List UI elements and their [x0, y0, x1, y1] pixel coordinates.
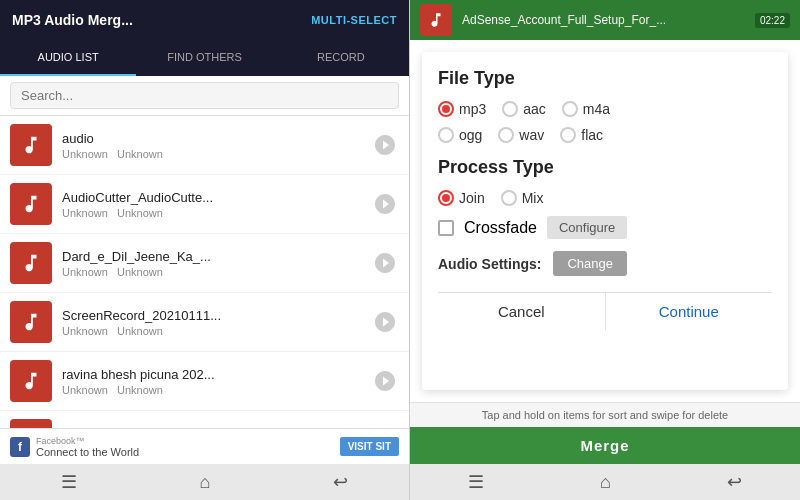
cancel-button[interactable]: Cancel — [438, 293, 605, 330]
audio-info: Dard_e_Dil_Jeene_Ka_... Unknown Unknown — [62, 249, 371, 278]
audio-info: audio Unknown Unknown — [62, 131, 371, 160]
crossfade-checkbox[interactable] — [438, 220, 454, 236]
audio-info: ravina bhesh picuna 202... Unknown Unkno… — [62, 367, 371, 396]
visit-site-button[interactable]: VISIT SIT — [340, 437, 399, 456]
audio-name: ScreenRecord_20210111... — [62, 308, 292, 323]
list-item[interactable]: Dard_e_Dil_Jeene_Ka_... Unknown Unknown — [0, 234, 409, 293]
left-header: MP3 Audio Merg... MULTI-SELECT — [0, 0, 409, 40]
audio-icon — [10, 183, 52, 225]
audio-name: ravina bhesh picuna 202... — [62, 367, 292, 382]
right-nav-bar: ☰ ⌂ ↩ — [410, 464, 800, 500]
radio-wav[interactable]: wav — [498, 127, 544, 143]
right-back-icon[interactable]: ↩ — [727, 471, 742, 493]
audio-name: audio — [62, 131, 292, 146]
file-type-dialog: File Type mp3 aac m4a ogg wav — [422, 52, 788, 390]
play-button[interactable] — [371, 249, 399, 277]
audio-icon — [10, 242, 52, 284]
radio-join-circle — [438, 190, 454, 206]
list-item[interactable]: AudioCutter_AudioCutte... Unknown Unknow… — [0, 175, 409, 234]
right-header-file: AdSense_Account_Full_Setup_For_... — [462, 13, 755, 27]
radio-m4a-circle — [562, 101, 578, 117]
right-header-icon — [420, 4, 452, 36]
audio-settings-label: Audio Settings: — [438, 256, 541, 272]
file-type-title: File Type — [438, 68, 772, 89]
search-bar — [0, 76, 409, 116]
process-type-section: Process Type Join Mix Crossfade Configur… — [438, 157, 772, 276]
radio-ogg-circle — [438, 127, 454, 143]
audio-icon — [10, 419, 52, 428]
audio-info: AudioCutter_AudioCutte... Unknown Unknow… — [62, 190, 371, 219]
audio-list: audio Unknown Unknown AudioCutter_AudioC… — [0, 116, 409, 428]
menu-icon[interactable]: ☰ — [61, 471, 77, 493]
audio-meta: Unknown Unknown — [62, 384, 371, 396]
left-panel: MP3 Audio Merg... MULTI-SELECT AUDIO LIS… — [0, 0, 410, 500]
radio-wav-circle — [498, 127, 514, 143]
radio-ogg[interactable]: ogg — [438, 127, 482, 143]
home-icon[interactable]: ⌂ — [200, 472, 211, 493]
radio-aac-circle — [502, 101, 518, 117]
merge-bar[interactable]: Merge — [410, 427, 800, 464]
radio-join[interactable]: Join — [438, 190, 485, 206]
process-type-title: Process Type — [438, 157, 772, 178]
audio-meta: Unknown Unknown — [62, 148, 371, 160]
list-item[interactable]: ravina bhesh picuna 202... Unknown Unkno… — [0, 352, 409, 411]
right-home-icon[interactable]: ⌂ — [600, 472, 611, 493]
audio-meta: Unknown Unknown — [62, 207, 371, 219]
radio-aac[interactable]: aac — [502, 101, 546, 117]
crossfade-row: Crossfade Configure — [438, 216, 772, 239]
radio-flac[interactable]: flac — [560, 127, 603, 143]
file-type-row2: ogg wav flac — [438, 127, 772, 143]
back-icon[interactable]: ↩ — [333, 471, 348, 493]
audio-icon — [10, 360, 52, 402]
play-button[interactable] — [371, 131, 399, 159]
audio-name: AudioCutter_AudioCutte... — [62, 190, 292, 205]
multi-select-button[interactable]: MULTI-SELECT — [311, 14, 397, 26]
audio-name: Dard_e_Dil_Jeene_Ka_... — [62, 249, 292, 264]
play-button[interactable] — [371, 308, 399, 336]
bottom-hint: Tap and hold on items for sort and swipe… — [410, 402, 800, 427]
change-button[interactable]: Change — [553, 251, 627, 276]
left-title: MP3 Audio Merg... — [12, 12, 133, 28]
play-button[interactable] — [371, 190, 399, 218]
file-type-row1: mp3 aac m4a — [438, 101, 772, 117]
process-type-row: Join Mix — [438, 190, 772, 206]
right-header: AdSense_Account_Full_Setup_For_... 02:22 — [410, 0, 800, 40]
radio-mix[interactable]: Mix — [501, 190, 544, 206]
dialog-actions: Cancel Continue — [438, 292, 772, 330]
radio-m4a[interactable]: m4a — [562, 101, 610, 117]
left-tabs: AUDIO LIST FIND OTHERS RECORD — [0, 40, 409, 76]
right-header-time: 02:22 — [755, 13, 790, 28]
tab-audio-list[interactable]: AUDIO LIST — [0, 40, 136, 76]
facebook-logo: f — [10, 437, 30, 457]
radio-mp3-circle — [438, 101, 454, 117]
audio-settings-row: Audio Settings: Change — [438, 251, 772, 276]
list-item[interactable]: audio Unknown Unknown — [0, 116, 409, 175]
facebook-banner: f Facebook™ Connect to the World VISIT S… — [0, 428, 409, 464]
play-button[interactable] — [371, 367, 399, 395]
tab-record[interactable]: RECORD — [273, 40, 409, 76]
right-panel: AdSense_Account_Full_Setup_For_... 02:22… — [410, 0, 800, 500]
search-input[interactable] — [10, 82, 399, 109]
radio-mp3[interactable]: mp3 — [438, 101, 486, 117]
crossfade-label: Crossfade — [464, 219, 537, 237]
list-item[interactable]: AdSense_All_Report_00... Unknown Unknown — [0, 411, 409, 428]
list-item[interactable]: ScreenRecord_20210111... Unknown Unknown — [0, 293, 409, 352]
audio-meta: Unknown Unknown — [62, 325, 371, 337]
configure-button[interactable]: Configure — [547, 216, 627, 239]
audio-meta: Unknown Unknown — [62, 266, 371, 278]
radio-mix-circle — [501, 190, 517, 206]
right-menu-icon[interactable]: ☰ — [468, 471, 484, 493]
tab-find-others[interactable]: FIND OTHERS — [136, 40, 272, 76]
radio-flac-circle — [560, 127, 576, 143]
continue-button[interactable]: Continue — [606, 293, 773, 330]
left-nav-bar: ☰ ⌂ ↩ — [0, 464, 409, 500]
facebook-text: Facebook™ Connect to the World — [36, 436, 340, 458]
audio-icon — [10, 124, 52, 166]
audio-info: ScreenRecord_20210111... Unknown Unknown — [62, 308, 371, 337]
audio-icon — [10, 301, 52, 343]
